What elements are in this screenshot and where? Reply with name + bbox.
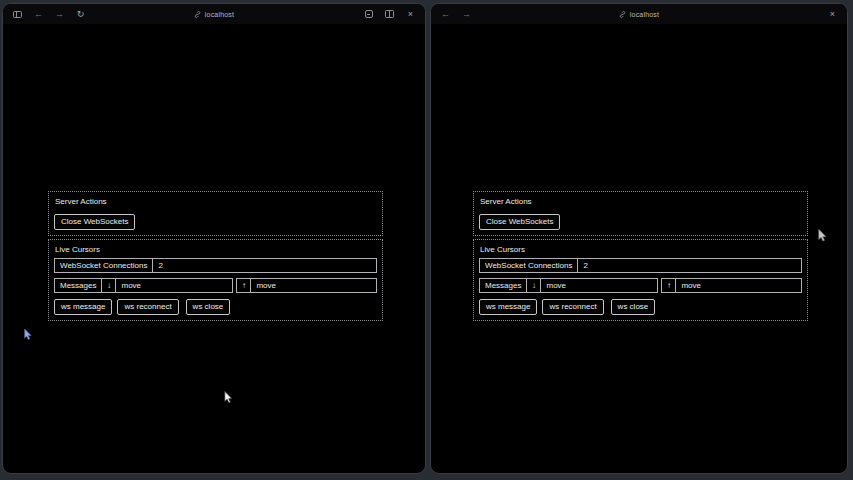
websocket-connections-row: WebSocket Connections 2 bbox=[479, 258, 802, 273]
ws-message-button[interactable]: ws message bbox=[479, 299, 537, 315]
outgoing-message-value: move bbox=[675, 279, 801, 292]
up-arrow-icon: ↑ bbox=[662, 279, 675, 292]
browser-window-left: ← → ↻ localhost × Server Actions Close W… bbox=[2, 3, 426, 474]
url-text: localhost bbox=[205, 11, 234, 18]
server-actions-panel: Server Actions Close WebSockets bbox=[473, 191, 808, 236]
back-icon[interactable]: ← bbox=[440, 8, 451, 20]
live-cursors-title: Live Cursors bbox=[480, 245, 802, 254]
link-icon bbox=[619, 11, 626, 18]
messages-row: Messages ↓ move ↑ move bbox=[54, 278, 377, 293]
outgoing-message-group: ↑ move bbox=[236, 278, 377, 293]
ws-reconnect-button[interactable]: ws reconnect bbox=[117, 299, 178, 315]
page-content: Server Actions Close WebSockets Live Cur… bbox=[48, 191, 383, 324]
close-websockets-button[interactable]: Close WebSockets bbox=[479, 214, 560, 230]
link-icon bbox=[194, 11, 201, 18]
close-websockets-button[interactable]: Close WebSockets bbox=[54, 214, 135, 230]
ws-buttons-row: ws message ws reconnect ws close bbox=[54, 299, 377, 315]
titlebar-right-controls: × bbox=[827, 8, 838, 20]
ws-message-button[interactable]: ws message bbox=[54, 299, 112, 315]
close-icon[interactable]: × bbox=[405, 8, 416, 20]
server-actions-title: Server Actions bbox=[480, 197, 802, 206]
connections-value: 2 bbox=[578, 259, 801, 272]
browser-window-right: ← → localhost × Server Actions Close Web… bbox=[430, 3, 848, 474]
titlebar-right-controls: × bbox=[363, 8, 416, 20]
messages-row: Messages ↓ move ↑ move bbox=[479, 278, 802, 293]
connections-value: 2 bbox=[153, 259, 376, 272]
server-actions-panel: Server Actions Close WebSockets bbox=[48, 191, 383, 236]
url-text: localhost bbox=[630, 11, 659, 18]
down-arrow-icon: ↓ bbox=[101, 279, 115, 292]
incoming-message-value: move bbox=[115, 279, 232, 292]
messages-label: Messages bbox=[480, 279, 526, 292]
messages-label: Messages bbox=[55, 279, 101, 292]
down-arrow-icon: ↓ bbox=[526, 279, 540, 292]
outgoing-message-group: ↑ move bbox=[661, 278, 802, 293]
websocket-connections-row: WebSocket Connections 2 bbox=[54, 258, 377, 273]
titlebar: ← → localhost × bbox=[431, 4, 847, 24]
page-content: Server Actions Close WebSockets Live Cur… bbox=[473, 191, 808, 324]
forward-icon[interactable]: → bbox=[461, 8, 472, 20]
ws-reconnect-button[interactable]: ws reconnect bbox=[542, 299, 603, 315]
live-cursors-title: Live Cursors bbox=[55, 245, 377, 254]
reader-list-icon[interactable] bbox=[363, 8, 374, 20]
up-arrow-icon: ↑ bbox=[237, 279, 250, 292]
outgoing-message-value: move bbox=[250, 279, 376, 292]
titlebar-left-controls: ← → ↻ bbox=[12, 8, 86, 20]
live-cursors-panel: Live Cursors WebSocket Connections 2 Mes… bbox=[48, 239, 383, 321]
connections-label: WebSocket Connections bbox=[55, 259, 153, 272]
live-cursors-panel: Live Cursors WebSocket Connections 2 Mes… bbox=[473, 239, 808, 321]
incoming-message-group: Messages ↓ move bbox=[54, 278, 233, 293]
server-actions-title: Server Actions bbox=[55, 197, 377, 206]
connections-label: WebSocket Connections bbox=[480, 259, 578, 272]
sidebar-toggle-icon[interactable] bbox=[12, 8, 23, 20]
reload-icon[interactable]: ↻ bbox=[75, 8, 86, 20]
split-view-icon[interactable] bbox=[384, 8, 395, 20]
close-icon[interactable]: × bbox=[827, 8, 838, 20]
titlebar-left-controls: ← → bbox=[440, 8, 472, 20]
ws-close-button[interactable]: ws close bbox=[611, 299, 656, 315]
incoming-message-value: move bbox=[540, 279, 657, 292]
address-bar[interactable]: localhost bbox=[431, 4, 847, 24]
back-icon[interactable]: ← bbox=[33, 8, 44, 20]
ws-close-button[interactable]: ws close bbox=[186, 299, 231, 315]
incoming-message-group: Messages ↓ move bbox=[479, 278, 658, 293]
forward-icon[interactable]: → bbox=[54, 8, 65, 20]
titlebar: ← → ↻ localhost × bbox=[3, 4, 425, 24]
ws-buttons-row: ws message ws reconnect ws close bbox=[479, 299, 802, 315]
